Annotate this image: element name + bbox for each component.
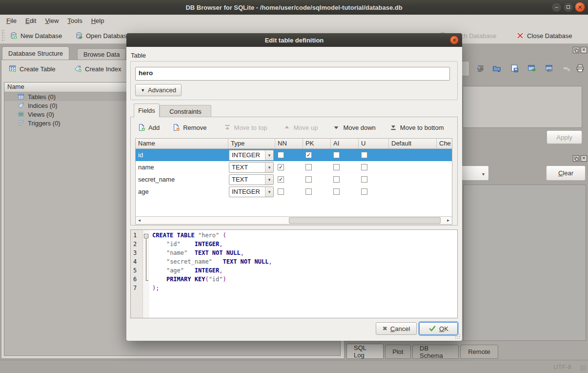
dialog-resize-grip[interactable] — [455, 333, 461, 339]
checkbox-pk[interactable] — [305, 188, 312, 195]
table-name-input[interactable]: hero — [135, 67, 450, 81]
column-header-che[interactable]: Che — [437, 139, 452, 148]
ok-button[interactable]: OK — [419, 322, 458, 335]
dock-float-icon[interactable] — [573, 47, 579, 53]
close-window-icon[interactable]: ✕ — [575, 2, 585, 12]
menu-tools[interactable]: Tools — [63, 16, 86, 25]
field-default[interactable] — [389, 161, 437, 173]
column-header-ai[interactable]: AI — [331, 139, 359, 148]
field-default[interactable] — [389, 173, 437, 186]
checkbox-nn[interactable] — [278, 188, 284, 195]
checkbox-pk[interactable] — [305, 176, 312, 183]
field-row-id[interactable]: idINTEGER▾✓ — [136, 149, 452, 161]
type-combo[interactable]: TEXT▾ — [229, 162, 274, 173]
create-table-button[interactable]: Create Table — [6, 62, 58, 75]
column-header-u[interactable]: U — [359, 139, 389, 148]
dock2-float-icon[interactable] — [573, 155, 579, 162]
open-database-button[interactable]: Open Database — [72, 29, 133, 42]
move-down-button[interactable]: Move down — [332, 124, 375, 131]
create-index-button[interactable]: Create Index — [71, 62, 124, 75]
column-header-default[interactable]: Default — [389, 139, 437, 148]
menu-edit[interactable]: Edit — [21, 16, 41, 25]
checkbox-ai[interactable] — [333, 164, 340, 170]
checkbox-pk[interactable]: ✓ — [305, 152, 312, 158]
cell-print-icon[interactable] — [576, 64, 585, 73]
checkbox-nn[interactable]: ✓ — [278, 176, 284, 183]
clear-log-button[interactable]: Clear — [546, 166, 586, 181]
type-combo[interactable]: INTEGER▾ — [229, 186, 274, 197]
tab-fields[interactable]: Fields — [134, 104, 160, 117]
checkbox-ai[interactable] — [333, 188, 340, 195]
advanced-button[interactable]: ▼ Advanced — [135, 84, 182, 96]
checkbox-nn[interactable]: ✓ — [278, 164, 284, 170]
menu-file[interactable]: File — [2, 16, 21, 25]
checkbox-u[interactable] — [361, 188, 367, 195]
column-header-nn[interactable]: NN — [275, 139, 303, 148]
fields-grid-hscrollbar[interactable]: ◂ ▸ — [136, 216, 452, 224]
cancel-button[interactable]: ✖ Cancel — [376, 322, 417, 335]
sql-preview-editor[interactable]: 1234567 − CREATE TABLE "hero" ( "id" INT… — [130, 229, 458, 318]
checkbox-u[interactable] — [361, 176, 367, 183]
cell-link-icon[interactable] — [545, 64, 554, 73]
bottom-tab-sql-log[interactable]: SQL Log — [346, 344, 384, 359]
field-row-secret_name[interactable]: secret_nameTEXT▾✓ — [136, 173, 452, 186]
chevron-down-icon[interactable]: ▾ — [265, 150, 273, 160]
resize-grip[interactable] — [580, 365, 586, 371]
field-row-name[interactable]: nameTEXT▾✓ — [136, 161, 452, 173]
menu-view[interactable]: View — [41, 16, 63, 25]
dock2-close-icon[interactable]: ✕ — [581, 155, 587, 162]
chevron-down-icon[interactable]: ▾ — [265, 175, 273, 185]
scrollbar-thumb[interactable] — [289, 217, 441, 224]
sql-log-view[interactable] — [463, 185, 586, 341]
menu-help[interactable]: Help — [87, 16, 109, 25]
fold-collapse-icon[interactable]: − — [144, 234, 148, 238]
chevron-down-icon[interactable]: ▾ — [265, 187, 273, 197]
toolbar-drag-handle[interactable] — [1, 29, 4, 41]
cell-import-icon[interactable] — [492, 64, 501, 73]
add-button[interactable]: Add — [138, 124, 160, 131]
checkbox-u[interactable] — [361, 164, 367, 170]
type-value: TEXT — [229, 164, 265, 171]
column-header-type[interactable]: Type — [228, 139, 275, 148]
field-name[interactable]: id — [136, 149, 228, 161]
cell-apply-icon[interactable] — [527, 64, 536, 73]
field-name[interactable]: name — [136, 161, 228, 173]
checkbox-nn[interactable] — [278, 152, 284, 158]
scroll-right-icon[interactable]: ▸ — [445, 217, 452, 224]
column-header-pk[interactable]: PK — [303, 139, 331, 148]
dialog-titlebar[interactable]: Edit table definition ✕ — [126, 33, 462, 47]
edit-cell-textarea[interactable] — [463, 86, 582, 128]
new-database-button[interactable]: New Database — [7, 29, 65, 42]
cell-text-mode-icon[interactable] — [476, 64, 485, 73]
bottom-tab-remote[interactable]: Remote — [460, 345, 498, 359]
bottom-tab-db-schema[interactable]: DB Schema — [412, 345, 459, 359]
scroll-left-icon[interactable]: ◂ — [136, 217, 143, 224]
tab-browse-data[interactable]: Browse Data — [77, 48, 126, 60]
move-to-bottom-button[interactable]: Move to bottom — [389, 124, 444, 131]
checkbox-pk[interactable] — [305, 164, 312, 170]
field-default[interactable] — [389, 186, 437, 198]
field-name[interactable]: secret_name — [136, 173, 228, 186]
remove-button[interactable]: Remove — [172, 124, 206, 131]
field-name[interactable]: age — [136, 186, 228, 198]
dialog-close-icon[interactable]: ✕ — [450, 36, 459, 44]
tree-item-label: Triggers (0) — [28, 120, 61, 127]
close-database-button[interactable]: Close Database — [513, 29, 575, 42]
field-row-age[interactable]: ageINTEGER▾ — [136, 186, 452, 198]
minimize-icon[interactable]: − — [551, 2, 562, 12]
type-combo[interactable]: TEXT▾ — [229, 174, 274, 185]
page-remove-icon — [172, 124, 180, 131]
column-header-name[interactable]: Name — [136, 139, 228, 148]
checkbox-ai[interactable] — [333, 176, 340, 183]
dock-close-icon[interactable]: ✕ — [581, 47, 587, 53]
bottom-tab-plot[interactable]: Plot — [385, 345, 411, 359]
maximize-icon[interactable] — [563, 2, 573, 12]
chevron-down-icon[interactable]: ▾ — [265, 163, 273, 172]
checkbox-ai[interactable] — [333, 152, 340, 158]
cell-export-save-icon[interactable] — [510, 64, 519, 73]
tab-database-structure[interactable]: Database Structure — [2, 46, 69, 60]
type-combo[interactable]: INTEGER▾ — [229, 150, 274, 161]
checkbox-u[interactable] — [361, 152, 367, 158]
tab-constraints[interactable]: Constraints — [160, 105, 211, 117]
field-default[interactable] — [389, 149, 437, 161]
